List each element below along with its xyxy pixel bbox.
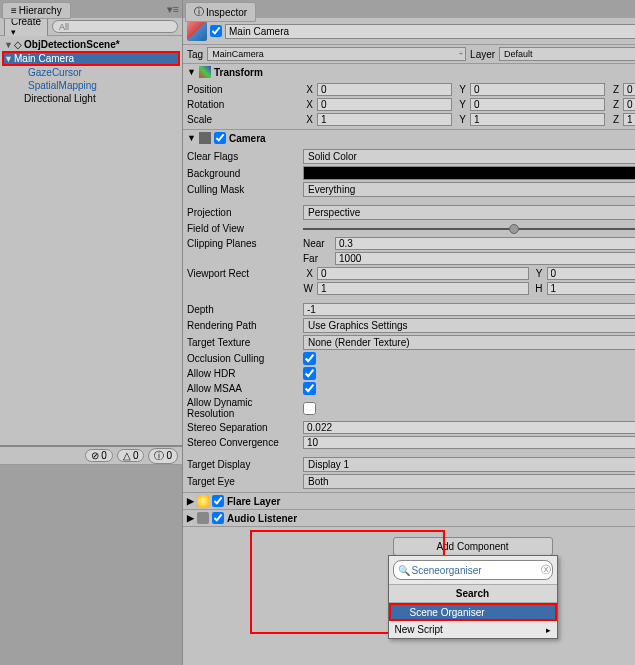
hierarchy-item-label: SpatialMapping (28, 80, 97, 91)
hierarchy-item-main-camera[interactable]: ▼ Main Camera (2, 51, 180, 66)
hierarchy-item-label: Directional Light (24, 93, 96, 104)
layer-dropdown[interactable]: Default (499, 47, 635, 61)
hierarchy-item-label: GazeCursor (28, 67, 82, 78)
target-texture-field[interactable]: None (Render Texture) (303, 335, 635, 350)
component-search-input[interactable] (412, 565, 539, 576)
chevron-right-icon: ▸ (546, 625, 551, 635)
component-enable-checkbox[interactable] (214, 132, 226, 144)
add-component-button[interactable]: Add Component (393, 537, 553, 556)
component-enable-checkbox[interactable] (212, 495, 224, 507)
scale-z-field[interactable] (623, 113, 635, 126)
audio-icon (197, 512, 209, 524)
hierarchy-tab[interactable]: ≡ Hierarchy (2, 2, 71, 19)
component-title: Flare Layer (227, 496, 280, 507)
far-clip-field[interactable] (335, 252, 635, 265)
component-title: Camera (229, 133, 266, 144)
collapse-arrow-icon[interactable]: ▼ (187, 133, 196, 143)
camera-icon (199, 132, 211, 144)
occlusion-culling-checkbox[interactable] (303, 352, 316, 365)
hierarchy-search-input[interactable] (52, 20, 178, 33)
info-icon: ⓘ (154, 449, 164, 463)
warning-icon: △ (123, 450, 131, 461)
position-y-field[interactable] (470, 83, 605, 96)
position-x-field[interactable] (317, 83, 452, 96)
stereo-convergence-field[interactable] (303, 436, 635, 449)
viewport-w-field[interactable] (317, 282, 529, 295)
hierarchy-item-spatialmapping[interactable]: SpatialMapping (2, 79, 180, 92)
active-checkbox[interactable] (210, 25, 222, 37)
component-title: Transform (214, 67, 263, 78)
stereo-separation-field[interactable] (303, 421, 635, 434)
viewport-y-field[interactable] (547, 267, 635, 280)
collapse-arrow-icon[interactable]: ▶ (187, 513, 194, 523)
hierarchy-icon: ≡ (11, 5, 17, 16)
rotation-x-field[interactable] (317, 98, 452, 111)
error-count[interactable]: ⊘0 (85, 449, 113, 462)
position-label: Position (187, 84, 299, 95)
near-clip-field[interactable] (335, 237, 635, 250)
dynamic-resolution-checkbox[interactable] (303, 402, 316, 415)
transform-icon (199, 66, 211, 78)
viewport-x-field[interactable] (317, 267, 529, 280)
rendering-path-dropdown[interactable]: Use Graphics Settings (303, 318, 635, 333)
script-icon (395, 606, 407, 618)
scene-root-label: ObjDetectionScene* (24, 39, 120, 50)
component-title: Audio Listener (227, 513, 297, 524)
popup-section-title: Search (389, 584, 557, 603)
clear-search-icon[interactable]: ⓧ (541, 563, 551, 577)
layer-label: Layer (470, 49, 495, 60)
search-icon: 🔍 (398, 565, 410, 576)
tag-label: Tag (187, 49, 203, 60)
target-display-dropdown[interactable]: Display 1 (303, 457, 635, 472)
unity-scene-icon: ◇ (14, 39, 22, 50)
tag-dropdown[interactable]: MainCamera (207, 47, 466, 61)
new-script-item[interactable]: New Script ▸ (389, 621, 557, 638)
viewport-h-field[interactable] (547, 282, 635, 295)
gameobject-icon[interactable] (187, 21, 207, 41)
rotation-y-field[interactable] (470, 98, 605, 111)
scale-label: Scale (187, 114, 299, 125)
warning-count[interactable]: △0 (117, 449, 145, 462)
rotation-z-field[interactable] (623, 98, 635, 111)
inspector-tab-label: Inspector (206, 7, 247, 18)
fov-slider[interactable] (303, 228, 635, 230)
culling-mask-dropdown[interactable]: Everything (303, 182, 635, 197)
scale-x-field[interactable] (317, 113, 452, 126)
message-count[interactable]: ⓘ0 (148, 448, 178, 464)
scale-y-field[interactable] (470, 113, 605, 126)
collapse-arrow-icon[interactable]: ▶ (187, 496, 194, 506)
search-result-scene-organiser[interactable]: Scene Organiser (389, 603, 557, 621)
allow-hdr-checkbox[interactable] (303, 367, 316, 380)
hierarchy-item-gazecursor[interactable]: GazeCursor (2, 66, 180, 79)
target-eye-dropdown[interactable]: Both (303, 474, 635, 489)
expand-arrow-icon[interactable]: ▼ (4, 40, 12, 50)
clear-flags-dropdown[interactable]: Solid Color (303, 149, 635, 164)
scene-root[interactable]: ▼ ◇ ObjDetectionScene* (2, 38, 180, 51)
projection-dropdown[interactable]: Perspective (303, 205, 635, 220)
hierarchy-item-label: Main Camera (14, 53, 74, 64)
background-color-field[interactable] (303, 166, 635, 180)
inspector-tab[interactable]: ⓘ Inspector (185, 2, 256, 22)
allow-msaa-checkbox[interactable] (303, 382, 316, 395)
hierarchy-tab-label: Hierarchy (19, 5, 62, 16)
expand-arrow-icon[interactable]: ▼ (4, 54, 12, 64)
position-z-field[interactable] (623, 83, 635, 96)
error-icon: ⊘ (91, 450, 99, 461)
rotation-label: Rotation (187, 99, 299, 110)
add-component-popup: 🔍 ⓧ Search Scene Organiser New Script ▸ (388, 555, 558, 639)
object-name-field[interactable] (225, 24, 635, 39)
component-enable-checkbox[interactable] (212, 512, 224, 524)
collapse-arrow-icon[interactable]: ▼ (187, 67, 196, 77)
dock-menu-icon[interactable]: ▾≡ (167, 3, 179, 16)
inspector-icon: ⓘ (194, 5, 204, 19)
flare-icon (197, 495, 209, 507)
hierarchy-item-directional-light[interactable]: Directional Light (2, 92, 180, 105)
depth-field[interactable] (303, 303, 635, 316)
